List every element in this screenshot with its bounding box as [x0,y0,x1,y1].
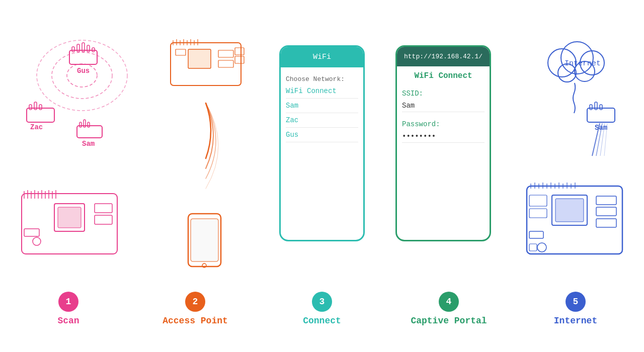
step5-svg: Internet Sam [522,15,627,282]
svg-rect-85 [596,196,616,205]
svg-rect-50 [235,48,244,55]
phone4-url: http://192.168.42.1/ [404,53,482,60]
svg-rect-87 [596,219,616,227]
step3-section: WiFi Choose Network: WiFi Connect Sam Za… [274,15,370,282]
svg-rect-90 [529,209,547,218]
svg-rect-13 [39,105,42,110]
phone3-header: WiFi [281,47,363,67]
step4-circle: 4 [439,292,459,312]
svg-point-1 [52,52,112,99]
password-label: Password: [402,118,485,130]
svg-rect-86 [596,207,616,216]
svg-rect-18 [88,122,90,127]
svg-rect-62 [590,105,592,110]
wifi-connect-title: WiFi Connect [397,66,490,83]
ssid-label: SSID: [402,87,485,100]
step4-number: 4 [446,297,452,307]
svg-rect-89 [529,195,547,206]
svg-rect-92 [529,244,537,251]
svg-rect-11 [29,105,32,110]
phone4-url-bar: http://192.168.42.1/ [397,47,490,66]
step4-text: Captive Portal [411,316,487,326]
phone3-title: WiFi [313,53,331,61]
step3-circle: 3 [312,292,332,312]
svg-rect-61 [587,108,615,122]
step3-text: Connect [303,316,341,326]
svg-rect-7 [87,45,90,52]
step5-section: Internet Sam [522,15,627,282]
svg-rect-46 [188,49,211,68]
svg-rect-88 [529,231,543,238]
svg-rect-10 [27,108,54,122]
svg-rect-49 [218,60,233,67]
step1-svg: Gus Zac Sam [17,15,137,282]
svg-rect-51 [235,56,244,63]
step3-label: 3 Connect [272,292,372,326]
step4-section: http://192.168.42.1/ WiFi Connect SSID: … [393,15,499,282]
phone3-body: Choose Network: WiFi Connect Sam Zac Gus [281,67,363,146]
step5-text: Internet [554,316,597,326]
network-item-2[interactable]: Sam [286,99,358,113]
labels-bar: 1 Scan 2 Access Point 3 Connect 4 Captiv… [0,287,644,352]
step4-label: 4 Captive Portal [398,292,499,326]
step2-number: 2 [193,297,198,307]
password-value: •••••••• [402,130,485,143]
step1-text: Scan [57,316,79,326]
main-container: Gus Zac Sam [0,0,644,352]
svg-point-56 [561,42,593,74]
step3-number: 3 [319,297,325,307]
svg-rect-16 [79,122,82,127]
step1-number: 1 [66,297,71,307]
step2-label: 2 Access Point [145,292,246,326]
choose-network-label: Choose Network: [286,75,358,83]
step2-circle: 2 [185,292,205,312]
phone4-body: SSID: Sam Password: •••••••• [397,83,490,147]
svg-text:Internet: Internet [565,59,601,68]
step2-svg [160,15,251,282]
step5-label: 5 Internet [525,292,626,326]
svg-rect-48 [218,50,233,57]
svg-rect-34 [95,215,112,224]
svg-rect-53 [191,219,218,261]
step2-section [160,15,251,282]
step1-circle: 1 [58,292,78,312]
svg-rect-84 [555,199,584,222]
svg-rect-32 [58,207,81,228]
svg-text:Sam: Sam [82,140,95,148]
step1-label: 1 Scan [18,292,119,326]
svg-rect-35 [24,229,39,236]
step5-number: 5 [573,297,579,307]
step2-text: Access Point [163,316,228,326]
network-item-4[interactable]: Gus [286,128,358,142]
diagram-area: Gus Zac Sam [0,0,644,287]
svg-rect-64 [600,105,602,110]
svg-point-36 [33,237,41,245]
svg-point-91 [537,243,546,252]
step1-section: Gus Zac Sam [17,15,137,282]
svg-rect-33 [95,204,112,213]
phone3-screen: WiFi Choose Network: WiFi Connect Sam Za… [279,45,365,241]
svg-rect-4 [72,47,74,52]
step5-circle: 5 [566,292,586,312]
ssid-value: Sam [402,100,485,112]
svg-text:Zac: Zac [30,123,43,131]
network-item-1[interactable]: WiFi Connect [286,84,358,99]
svg-rect-47 [176,49,186,55]
network-item-3[interactable]: Zac [286,113,358,128]
svg-text:Gus: Gus [77,67,90,75]
phone4-screen: http://192.168.42.1/ WiFi Connect SSID: … [395,45,491,241]
